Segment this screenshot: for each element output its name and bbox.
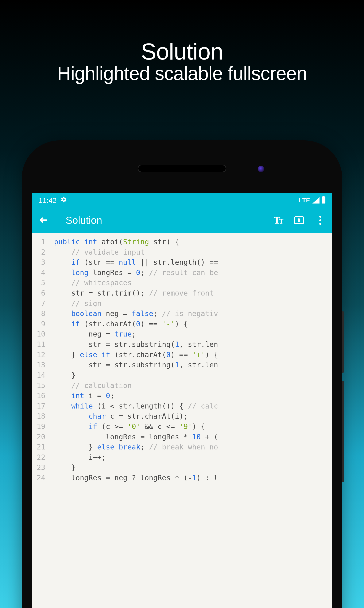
code-line: if (c >= '0' && c <= '9') {: [54, 421, 218, 432]
screen: 11:42 LTE Solution TT: [32, 193, 332, 608]
code-line: str = str.substring(1, str.len: [54, 360, 218, 370]
code-line: } else if (str.charAt(0) == '+') {: [54, 350, 218, 360]
status-time: 11:42: [39, 196, 56, 204]
code-line: public int atoi(String str) {: [54, 237, 218, 247]
code-line: if (str.charAt(0) == '-') {: [54, 319, 218, 329]
line-number: 16: [36, 391, 45, 401]
app-bar: Solution TT: [32, 207, 332, 233]
line-number: 10: [36, 329, 45, 339]
code-line: long longRes = 0; // result can be: [54, 268, 218, 278]
rotation-lock-button[interactable]: [294, 215, 304, 226]
promo-title: Solution: [0, 38, 364, 65]
code-line: str = str.substring(1, str.len: [54, 339, 218, 350]
phone-frame: 11:42 LTE Solution TT: [22, 140, 342, 608]
line-number: 12: [36, 350, 45, 360]
phone-speaker: [138, 165, 226, 172]
status-bar: 11:42 LTE: [32, 193, 332, 207]
back-button[interactable]: [39, 215, 49, 225]
line-number: 24: [36, 473, 45, 483]
signal-icon: [312, 197, 320, 203]
line-number: 20: [36, 432, 45, 442]
code-line: i++;: [54, 452, 218, 462]
code-line: // whitespaces: [54, 278, 218, 288]
line-number: 11: [36, 339, 45, 350]
code-line: }: [54, 462, 218, 473]
line-number: 23: [36, 462, 45, 473]
more-button[interactable]: [315, 215, 325, 226]
rotation-lock-icon: [294, 216, 304, 224]
line-number: 1: [36, 237, 45, 247]
battery-icon: [322, 197, 325, 203]
line-number: 9: [36, 319, 45, 329]
line-number: 22: [36, 452, 45, 462]
code-line: longRes = neg ? longRes * (-1) : l: [54, 473, 218, 483]
code-content[interactable]: public int atoi(String str) { // validat…: [49, 233, 218, 483]
code-line: char c = str.charAt(i);: [54, 411, 218, 421]
code-line: // calculation: [54, 380, 218, 391]
gear-icon: [60, 196, 67, 204]
code-line: } else break; // break when no: [54, 442, 218, 452]
phone-side-button-2: [342, 381, 344, 482]
svg-rect-2: [298, 219, 300, 222]
code-area[interactable]: 123456789101112131415161718192021222324 …: [32, 233, 332, 483]
network-label: LTE: [299, 197, 310, 204]
promo-header: Solution Highlighted scalable fullscreen: [0, 38, 364, 84]
app-title: Solution: [65, 215, 273, 226]
text-size-icon: TT: [274, 215, 282, 226]
code-line: str = str.trim(); // remove front: [54, 288, 218, 298]
line-number: 17: [36, 401, 45, 411]
line-number: 15: [36, 380, 45, 391]
line-number: 19: [36, 421, 45, 432]
code-line: int i = 0;: [54, 391, 218, 401]
line-number: 2: [36, 247, 45, 257]
line-number: 8: [36, 309, 45, 319]
code-line: neg = true;: [54, 329, 218, 339]
phone-camera: [258, 166, 264, 172]
line-number: 7: [36, 298, 45, 309]
code-line: boolean neg = false; // is negativ: [54, 309, 218, 319]
phone-side-button-1: [342, 311, 344, 373]
line-number-gutter: 123456789101112131415161718192021222324: [32, 233, 49, 483]
more-icon: [319, 216, 321, 225]
line-number: 18: [36, 411, 45, 421]
promo-subtitle: Highlighted scalable fullscreen: [0, 63, 364, 84]
code-line: longRes = longRes * 10 + (: [54, 432, 218, 442]
line-number: 13: [36, 360, 45, 370]
code-line: while (i < str.length()) { // calc: [54, 401, 218, 411]
text-size-button[interactable]: TT: [273, 215, 283, 226]
line-number: 14: [36, 370, 45, 380]
line-number: 5: [36, 278, 45, 288]
code-line: if (str == null || str.length() ==: [54, 257, 218, 268]
code-line: // validate input: [54, 247, 218, 257]
line-number: 3: [36, 257, 45, 268]
code-line: }: [54, 370, 218, 380]
code-line: // sign: [54, 298, 218, 309]
line-number: 21: [36, 442, 45, 452]
line-number: 6: [36, 288, 45, 298]
line-number: 4: [36, 268, 45, 278]
